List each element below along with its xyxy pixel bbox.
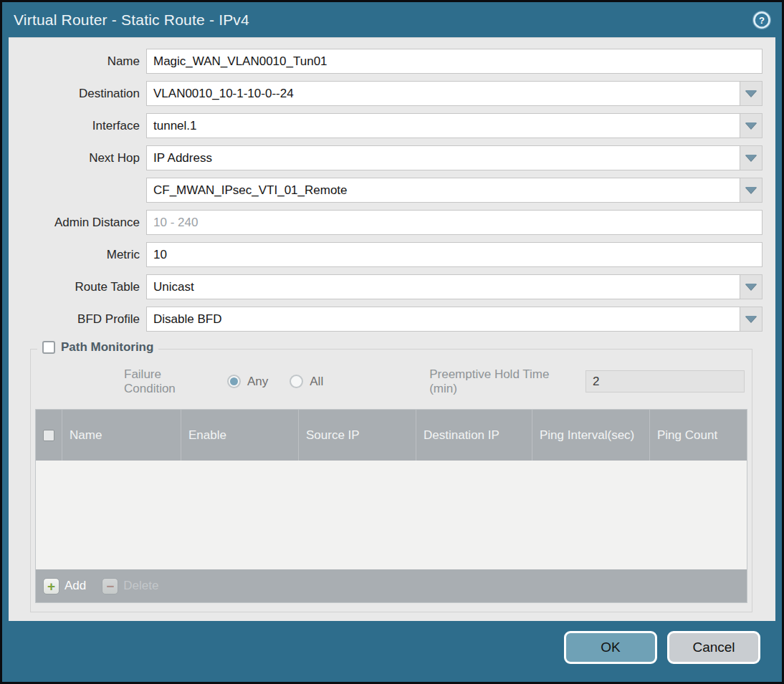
form-row-next-hop: Next Hop	[11, 145, 763, 170]
chevron-down-icon	[745, 187, 757, 193]
svg-text:?: ?	[759, 15, 765, 26]
path-monitoring-legend: Path Monitoring	[37, 340, 158, 355]
bfd-profile-dropdown-button[interactable]	[740, 307, 763, 332]
admin-distance-input[interactable]	[146, 210, 763, 235]
preemptive-hold-time-input[interactable]	[585, 370, 745, 392]
select-all-checkbox[interactable]	[43, 430, 54, 441]
interface-input[interactable]	[146, 113, 740, 138]
form-row-destination: Destination	[11, 81, 763, 106]
column-header-name: Name	[62, 410, 181, 461]
form-row-admin-distance: Admin Distance	[11, 210, 763, 235]
dialog-title: Virtual Router - Static Route - IPv4	[14, 11, 752, 29]
table-toolbar: + Add − Delete	[36, 569, 747, 602]
failure-condition-row: Failure Condition Any All Preemptive Hol…	[38, 370, 745, 393]
interface-dropdown-button[interactable]	[740, 113, 763, 138]
admin-distance-label: Admin Distance	[11, 216, 146, 230]
table-body-empty	[36, 461, 747, 569]
form-row-name: Name	[11, 49, 763, 74]
path-monitoring-group: Path Monitoring Failure Condition Any Al…	[30, 349, 752, 612]
title-bar: Virtual Router - Static Route - IPv4 ?	[2, 2, 782, 37]
dialog-chrome: Virtual Router - Static Route - IPv4 ? N…	[2, 2, 782, 682]
chevron-down-icon	[745, 122, 757, 129]
path-monitoring-title: Path Monitoring	[61, 340, 153, 355]
name-label: Name	[11, 54, 146, 69]
form-row-bfd-profile: BFD Profile	[11, 307, 763, 332]
next-hop-address-dropdown-button[interactable]	[740, 178, 763, 203]
plus-icon: +	[43, 578, 59, 594]
column-header-destination-ip: Destination IP	[416, 410, 532, 461]
name-input[interactable]	[146, 49, 763, 74]
minus-icon: −	[102, 578, 118, 594]
destination-dropdown-button[interactable]	[740, 81, 763, 106]
column-header-ping-interval: Ping Interval(sec)	[532, 410, 649, 461]
delete-button[interactable]: − Delete	[102, 578, 158, 594]
ok-button[interactable]: OK	[564, 631, 657, 664]
path-monitoring-checkbox[interactable]	[42, 341, 55, 354]
add-button[interactable]: + Add	[43, 578, 86, 594]
dialog-content: Name Destination Interface	[9, 37, 775, 621]
route-table-dropdown-button[interactable]	[740, 274, 763, 299]
radio-all-label: All	[310, 375, 323, 389]
failure-condition-all-radio[interactable]: All	[290, 375, 323, 389]
path-monitoring-table: Name Enable Source IP Destination IP Pin…	[35, 409, 747, 603]
metric-label: Metric	[11, 248, 146, 262]
form-row-interface: Interface	[11, 113, 763, 138]
preemptive-hold-time-label: Preemptive Hold Time (min)	[429, 367, 580, 396]
next-hop-label: Next Hop	[11, 151, 146, 165]
column-header-source-ip: Source IP	[298, 410, 416, 461]
form-row-metric: Metric	[11, 242, 763, 267]
failure-condition-label: Failure Condition	[124, 367, 216, 396]
cancel-button[interactable]: Cancel	[667, 631, 760, 664]
route-table-label: Route Table	[11, 280, 146, 294]
delete-button-label: Delete	[123, 579, 158, 593]
next-hop-dropdown-button[interactable]	[740, 145, 763, 170]
route-table-input[interactable]	[146, 274, 740, 299]
column-header-ping-count: Ping Count	[649, 410, 747, 461]
chevron-down-icon	[745, 316, 757, 322]
destination-input[interactable]	[146, 81, 740, 106]
radio-any-label: Any	[247, 375, 268, 389]
chevron-down-icon	[745, 90, 757, 97]
next-hop-type-input[interactable]	[146, 145, 740, 170]
add-button-label: Add	[64, 579, 86, 593]
help-icon[interactable]: ?	[752, 10, 772, 30]
radio-unselected-icon	[290, 375, 303, 388]
table-header-select-cell	[36, 410, 62, 461]
table-header: Name Enable Source IP Destination IP Pin…	[36, 410, 747, 461]
dialog-footer: OK Cancel	[2, 621, 782, 682]
chevron-down-icon	[745, 284, 757, 290]
failure-condition-any-radio[interactable]: Any	[227, 375, 268, 389]
chevron-down-icon	[745, 155, 757, 161]
destination-label: Destination	[11, 87, 146, 101]
radio-selected-icon	[227, 375, 241, 388]
interface-label: Interface	[11, 119, 146, 133]
bfd-profile-input[interactable]	[146, 307, 740, 332]
column-header-enable: Enable	[181, 410, 298, 461]
next-hop-address-input[interactable]	[146, 178, 740, 203]
bfd-profile-label: BFD Profile	[11, 312, 146, 327]
form-row-route-table: Route Table	[11, 274, 763, 299]
metric-input[interactable]	[146, 242, 763, 267]
dialog-window: Virtual Router - Static Route - IPv4 ? N…	[0, 0, 784, 684]
form-row-next-hop-address	[11, 178, 763, 203]
